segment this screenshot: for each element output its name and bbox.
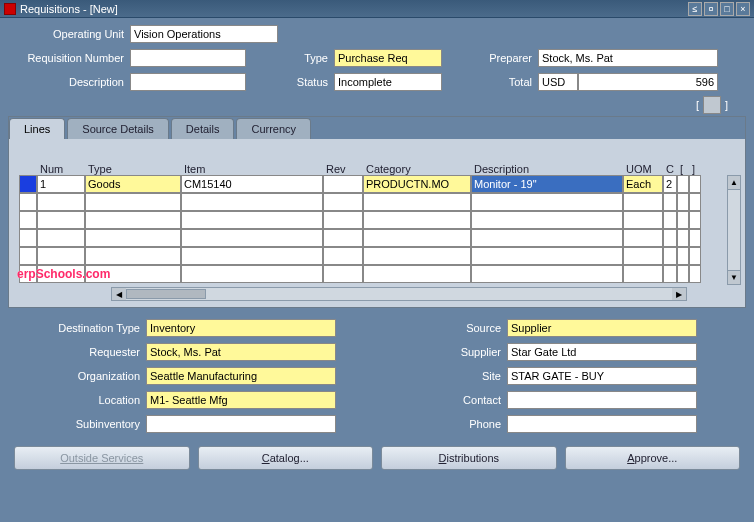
grid-row-empty[interactable] [19, 265, 735, 283]
descriptive-flexfield[interactable] [703, 96, 721, 114]
col-flex-close: ] [689, 157, 701, 175]
cell-flex[interactable] [677, 175, 689, 193]
req-number-label: Requisition Number [8, 52, 130, 64]
oracle-icon [4, 3, 16, 15]
cell-qty[interactable]: 2 [663, 175, 677, 193]
status-field[interactable] [334, 73, 442, 91]
contact-field[interactable] [507, 391, 697, 409]
preparer-field[interactable] [538, 49, 718, 67]
tab-strip: Lines Source Details Details Currency [9, 117, 745, 139]
organization-field[interactable] [146, 367, 336, 385]
col-num: Num [37, 157, 85, 175]
total-label: Total [442, 76, 538, 88]
preparer-label: Preparer [442, 52, 538, 64]
requester-field[interactable] [146, 343, 336, 361]
distributions-button[interactable]: Distributions [381, 446, 557, 470]
requester-label: Requester [16, 346, 146, 358]
subinventory-label: Subinventory [16, 418, 146, 430]
line-detail: Destination Type Requester Organization … [0, 308, 754, 436]
type-field[interactable] [334, 49, 442, 67]
hscroll-left-icon[interactable]: ◀ [112, 288, 126, 300]
location-label: Location [16, 394, 146, 406]
row-indicator[interactable] [19, 211, 37, 229]
grid-header: Num Type Item Rev Category Description U… [19, 157, 735, 175]
destination-type-label: Destination Type [16, 322, 146, 334]
window-title: Requisitions - [New] [20, 3, 688, 15]
title-bar: Requisitions - [New] ≤ ¤ □ × [0, 0, 754, 18]
maximize-button[interactable]: □ [720, 2, 734, 16]
supplier-field[interactable] [507, 343, 697, 361]
grid-hscroll[interactable]: ◀ ▶ [111, 287, 687, 301]
cell-rev[interactable] [323, 175, 363, 193]
flex-bracket-close: ] [725, 99, 728, 111]
site-label: Site [377, 370, 507, 382]
site-field[interactable] [507, 367, 697, 385]
subinventory-field[interactable] [146, 415, 336, 433]
grid-row-empty[interactable] [19, 229, 735, 247]
contact-label: Contact [377, 394, 507, 406]
cell-num[interactable]: 1 [37, 175, 85, 193]
lines-grid: Num Type Item Rev Category Description U… [9, 139, 745, 307]
req-number-field[interactable] [130, 49, 246, 67]
supplier-label: Supplier [377, 346, 507, 358]
grid-row-empty[interactable] [19, 211, 735, 229]
total-currency-field[interactable] [538, 73, 578, 91]
operating-unit-field[interactable] [130, 25, 278, 43]
grid-row-empty[interactable] [19, 193, 735, 211]
tab-details[interactable]: Details [171, 118, 235, 139]
grid-vscroll[interactable]: ▲ ▼ [727, 175, 741, 285]
status-label: Status [246, 76, 334, 88]
watermark: erpSchools.com [17, 267, 110, 281]
col-description: Description [471, 157, 623, 175]
hscroll-right-icon[interactable]: ▶ [672, 288, 686, 300]
total-value-field[interactable] [578, 73, 718, 91]
phone-label: Phone [377, 418, 507, 430]
phone-field[interactable] [507, 415, 697, 433]
cell-flex2[interactable] [689, 175, 701, 193]
button-bar: Outside Services Catalog... Distribution… [0, 436, 754, 470]
cell-type[interactable]: Goods [85, 175, 181, 193]
destination-type-field[interactable] [146, 319, 336, 337]
row-indicator[interactable] [19, 229, 37, 247]
col-rev: Rev [323, 157, 363, 175]
minimize-button[interactable]: ≤ [688, 2, 702, 16]
outside-services-button[interactable]: Outside Services [14, 446, 190, 470]
cell-category[interactable]: PRODUCTN.MO [363, 175, 471, 193]
col-item: Item [181, 157, 323, 175]
col-qty: C [663, 157, 677, 175]
cell-uom[interactable]: Each [623, 175, 663, 193]
cell-description[interactable]: Monitor - 19" [471, 175, 623, 193]
organization-label: Organization [16, 370, 146, 382]
flex-bracket-open: [ [696, 99, 699, 111]
tab-currency[interactable]: Currency [236, 118, 311, 139]
source-field[interactable] [507, 319, 697, 337]
approve-button[interactable]: Approve... [565, 446, 741, 470]
operating-unit-label: Operating Unit [8, 28, 130, 40]
vscroll-up-icon[interactable]: ▲ [728, 176, 740, 190]
lines-region: Lines Source Details Details Currency Nu… [8, 116, 746, 308]
description-field[interactable] [130, 73, 246, 91]
row-indicator[interactable] [19, 193, 37, 211]
close-button[interactable]: × [736, 2, 750, 16]
col-type: Type [85, 157, 181, 175]
row-indicator[interactable] [19, 247, 37, 265]
source-label: Source [377, 322, 507, 334]
description-label: Description [8, 76, 130, 88]
row-indicator[interactable] [19, 175, 37, 193]
location-field[interactable] [146, 391, 336, 409]
hscroll-thumb[interactable] [126, 289, 206, 299]
grid-row[interactable]: 1 Goods CM15140 PRODUCTN.MO Monitor - 19… [19, 175, 735, 193]
tab-source-details[interactable]: Source Details [67, 118, 169, 139]
cell-item[interactable]: CM15140 [181, 175, 323, 193]
col-flex-open: [ [677, 157, 689, 175]
col-uom: UOM [623, 157, 663, 175]
grid-row-empty[interactable] [19, 247, 735, 265]
catalog-button[interactable]: Catalog... [198, 446, 374, 470]
type-label: Type [246, 52, 334, 64]
header-form: Operating Unit Requisition Number Type P… [0, 18, 754, 116]
restore-button[interactable]: ¤ [704, 2, 718, 16]
col-category: Category [363, 157, 471, 175]
vscroll-down-icon[interactable]: ▼ [728, 270, 740, 284]
tab-lines[interactable]: Lines [9, 118, 65, 139]
